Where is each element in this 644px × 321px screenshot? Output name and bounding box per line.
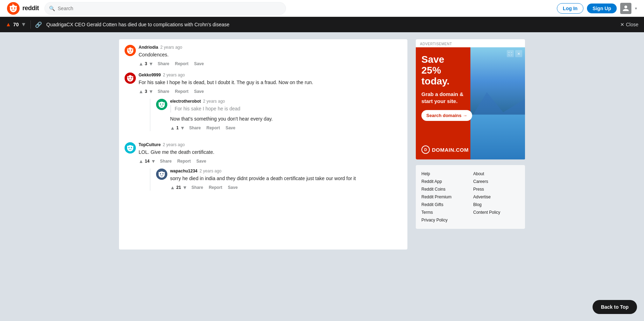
andriodia-upvote[interactable]: ▲ xyxy=(139,61,144,67)
comment-electro-author[interactable]: electrotherobot xyxy=(170,99,201,104)
signup-button[interactable]: Sign Up xyxy=(587,4,617,13)
comment-topculture-meta: TopCulture 2 years ago xyxy=(139,142,402,147)
electro-upvote[interactable]: ▲ xyxy=(170,125,175,131)
ad-cta-button[interactable]: Search domains → xyxy=(421,110,472,121)
topculture-upvote[interactable]: ▲ xyxy=(139,158,144,164)
comment-gekko: Gekko9999 2 years ago For his sake I hop… xyxy=(125,73,402,137)
footer-link-advertise[interactable]: Advertise xyxy=(473,194,519,200)
wapachu-upvote[interactable]: ▲ xyxy=(170,185,175,190)
electro-report-btn[interactable]: Report xyxy=(205,125,222,131)
announcement-upvote[interactable]: ▲ xyxy=(6,21,11,28)
reddit-logo-link[interactable]: reddit xyxy=(7,2,39,15)
svg-point-2 xyxy=(11,7,13,9)
comments-area: Andriodia 2 years ago Condolences. ▲ 3 ▼… xyxy=(119,39,407,250)
avatar-electro xyxy=(156,99,167,110)
svg-point-20 xyxy=(130,75,131,76)
footer-link-help[interactable]: Help xyxy=(421,171,468,177)
svg-point-19 xyxy=(132,76,133,77)
advertisement-label: ADVERTISEMENT xyxy=(416,39,525,47)
search-input[interactable] xyxy=(58,6,281,11)
gekko-report-btn[interactable]: Report xyxy=(174,88,190,95)
topculture-report-btn[interactable]: Report xyxy=(176,158,192,164)
avatar-gekko xyxy=(125,73,136,84)
gekko-save-btn[interactable]: Save xyxy=(192,88,205,95)
comment-topculture: TopCulture 2 years ago LOL. Give me the … xyxy=(125,142,402,196)
footer-link-privacy-policy[interactable]: Privacy Policy xyxy=(421,217,468,223)
close-label: Close xyxy=(626,22,638,27)
wapachu-share-btn[interactable]: Share xyxy=(190,184,204,191)
search-icon: 🔍 xyxy=(49,6,55,11)
comment-electro: electrotherobot 2 years ago For his sake… xyxy=(150,99,402,131)
electro-save-btn[interactable]: Save xyxy=(224,125,237,131)
wapachu-downvote[interactable]: ▼ xyxy=(182,185,187,190)
footer-link-reddit-premium[interactable]: Reddit Premium xyxy=(421,194,468,200)
svg-point-28 xyxy=(163,102,165,104)
footer-link-content-policy[interactable]: Content Policy xyxy=(473,209,519,216)
footer-links-grid: Help About Reddit App Careers Reddit Coi… xyxy=(421,171,519,223)
comment-electro-meta: electrotherobot 2 years ago xyxy=(170,99,402,104)
topculture-downvote[interactable]: ▼ xyxy=(151,158,156,164)
andriodia-vote-count: 3 xyxy=(145,61,147,66)
svg-point-21 xyxy=(129,77,129,78)
comment-gekko-meta: Gekko9999 2 years ago xyxy=(139,73,402,77)
avatar-andriodia xyxy=(125,45,136,56)
user-menu-chevron[interactable]: ▾ xyxy=(635,6,637,11)
comment-gekko-body: Gekko9999 2 years ago For his sake I hop… xyxy=(139,73,402,137)
announcement-downvote[interactable]: ▼ xyxy=(21,21,26,28)
comment-electro-time: 2 years ago xyxy=(203,99,225,104)
footer-link-blog[interactable]: Blog xyxy=(473,202,519,208)
comment-wapachu-actions: ▲ 21 ▼ Share Report Save xyxy=(170,184,402,191)
electro-share-btn[interactable]: Share xyxy=(188,125,202,131)
footer-link-reddit-app[interactable]: Reddit App xyxy=(421,178,468,185)
comment-andriodia: Andriodia 2 years ago Condolences. ▲ 3 ▼… xyxy=(125,45,402,67)
comment-gekko-text: For his sake I hope he is dead, but I do… xyxy=(139,79,402,86)
wapachu-report-btn[interactable]: Report xyxy=(207,184,224,191)
announcement-close[interactable]: ✕ Close xyxy=(620,22,638,27)
comment-topculture-author[interactable]: TopCulture xyxy=(139,142,161,147)
andriodia-avatar-icon xyxy=(125,45,136,56)
ad-logo-circle: D xyxy=(421,145,430,154)
footer-link-reddit-coins[interactable]: Reddit Coins xyxy=(421,186,468,192)
andriodia-save-btn[interactable]: Save xyxy=(192,61,205,67)
wapachu-save-btn[interactable]: Save xyxy=(226,184,239,191)
andriodia-downvote[interactable]: ▼ xyxy=(149,61,154,67)
topculture-avatar-icon xyxy=(125,142,136,153)
svg-point-38 xyxy=(162,173,164,175)
topculture-save-btn[interactable]: Save xyxy=(195,158,208,164)
comment-wapachu-meta: wapachu1234 2 years ago xyxy=(170,169,402,173)
svg-point-5 xyxy=(15,6,17,7)
comment-topculture-body: TopCulture 2 years ago LOL. Give me the … xyxy=(139,142,402,196)
reddit-logo-icon xyxy=(7,2,20,15)
andriodia-report-btn[interactable]: Report xyxy=(174,61,190,67)
comment-topculture-votes: ▲ 14 ▼ xyxy=(139,158,156,164)
avatar-wapachu xyxy=(156,169,167,180)
electro-avatar-icon xyxy=(156,99,167,110)
comment-andriodia-meta: Andriodia 2 years ago xyxy=(139,45,402,50)
comment-andriodia-votes: ▲ 3 ▼ xyxy=(139,61,153,67)
search-bar[interactable]: 🔍 xyxy=(44,2,286,15)
ad-icon-close[interactable]: ✕ xyxy=(515,50,522,57)
footer-link-careers[interactable]: Careers xyxy=(473,178,519,185)
svg-point-25 xyxy=(160,103,161,105)
comment-andriodia-author[interactable]: Andriodia xyxy=(139,45,158,50)
electro-downvote[interactable]: ▼ xyxy=(180,125,185,131)
andriodia-share-btn[interactable]: Share xyxy=(156,61,170,67)
comment-gekko-author[interactable]: Gekko9999 xyxy=(139,73,161,77)
avatar-topculture xyxy=(125,142,136,153)
footer-link-about[interactable]: About xyxy=(473,171,519,177)
header: reddit 🔍 Log In Sign Up ▾ xyxy=(0,0,644,17)
gekko-upvote[interactable]: ▲ xyxy=(139,89,144,94)
comment-wapachu-author[interactable]: wapachu1234 xyxy=(170,169,197,173)
login-button[interactable]: Log In xyxy=(557,3,583,14)
announcement-votes: ▲ 70 ▼ xyxy=(6,21,26,28)
footer-link-reddit-gifts[interactable]: Reddit Gifts xyxy=(421,202,468,208)
ad-icon-expand[interactable]: ⛶ xyxy=(507,50,514,57)
gekko-share-btn[interactable]: Share xyxy=(156,88,170,95)
comment-topculture-actions: ▲ 14 ▼ Share Report Save xyxy=(139,158,402,164)
gekko-downvote[interactable]: ▼ xyxy=(149,89,154,94)
footer-link-press[interactable]: Press xyxy=(473,186,519,192)
svg-point-22 xyxy=(131,77,132,78)
user-menu-icon[interactable] xyxy=(620,3,631,14)
topculture-share-btn[interactable]: Share xyxy=(159,158,173,164)
footer-link-terms[interactable]: Terms xyxy=(421,209,468,216)
